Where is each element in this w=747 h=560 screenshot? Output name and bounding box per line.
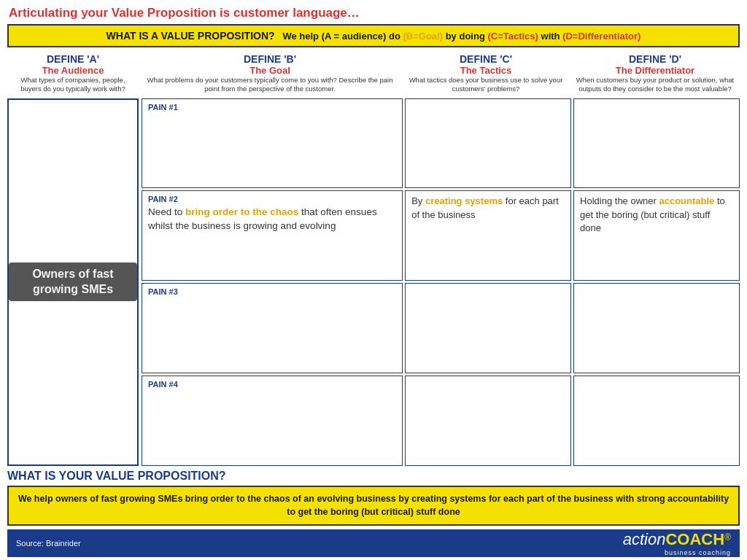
grid-area: Owners of fast growing SMEs PAIN #1 PAIN… [7,98,740,466]
tactics-column: By creating systems for each part of the… [405,98,571,466]
value-prop-banner: WHAT IS A VALUE PROPOSITION? We help (A … [7,24,740,47]
pain-goals-column: PAIN #1 PAIN #2 Need to bring order to t… [142,98,403,466]
column-headers: DEFINE 'A' The Audience What types of co… [7,52,740,96]
footer: Source: Brainrider actionCOACH® business… [7,529,740,557]
your-value-prop-banner: We help owners of fast growing SMEs brin… [7,486,740,526]
pain2-d-cell: Holding the owner accountable to get the… [573,190,740,281]
pain1-c-cell [405,98,571,189]
pain2-b-cell: PAIN #2 Need to bring order to the chaos… [142,190,403,281]
header-d: DEFINE 'D' The Differentiator When custo… [570,52,740,96]
logo-sub: business coaching [623,549,731,556]
pain4-d-cell [573,376,740,466]
your-value-prop-title: WHAT IS YOUR VALUE PROPOSITION? [7,470,740,483]
pain3-b-cell: PAIN #3 [142,283,403,373]
logo-action: action [623,530,666,548]
bottom-section: WHAT IS YOUR VALUE PROPOSITION? We help … [7,470,740,526]
pain1-b-cell: PAIN #1 [142,98,403,189]
logo-reg: ® [724,532,731,542]
banner-description: We help (A = audience) do (B=Goal) by do… [282,31,640,42]
pain1-d-cell [573,98,740,189]
header-c: DEFINE 'C' The Tactics What tactics does… [401,52,570,96]
pain3-d-cell [573,283,740,373]
logo-coach: COACH [665,530,724,548]
pain3-c-cell [405,283,571,373]
pain4-b-cell: PAIN #4 [142,376,403,466]
audience-label: Owners of fast growing SMEs [9,262,137,302]
pain2-d-content: Holding the owner accountable to get the… [580,195,725,233]
pain4-c-cell [405,376,571,466]
pain2-c-cell: By creating systems for each part of the… [405,190,571,281]
pain2-b-content: Need to bring order to the chaos that of… [148,206,377,231]
differentiator-column: Holding the owner accountable to get the… [573,98,740,466]
footer-logo: actionCOACH® business coaching [623,530,731,556]
banner-what-label: WHAT IS A VALUE PROPOSITION? [107,30,275,42]
header-a: DEFINE 'A' The Audience What types of co… [7,52,139,96]
footer-source: Source: Brainrider [16,539,81,548]
audience-cell: Owners of fast growing SMEs [7,98,139,466]
main-title: Articulating your Value Proposition is c… [7,6,740,20]
header-b: DEFINE 'B' The Goal What problems do you… [139,52,401,96]
pain2-c-content: By creating systems for each part of the… [411,195,559,219]
